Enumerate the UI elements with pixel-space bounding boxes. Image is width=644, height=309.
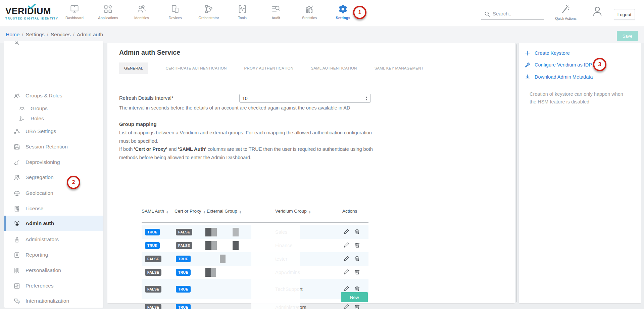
redacted-external-group-block: [211, 228, 217, 236]
sidebar-item-session-retention[interactable]: Session Retention: [4, 139, 103, 154]
cert-or-proxy-badge: FALSE: [176, 229, 192, 235]
sort-icon[interactable]: ▲▼: [166, 210, 168, 214]
audit-icon: [271, 4, 281, 14]
group-mapping-desc2: If both 'Cert or Proxy' and 'SAML Auth' …: [119, 145, 378, 162]
sidebar-item-roles[interactable]: Roles: [4, 113, 103, 125]
nav-label: Applications: [98, 16, 118, 20]
refresh-interval-label: Refresh Details Interval*: [119, 94, 174, 102]
breadcrumb-home[interactable]: Home: [6, 32, 19, 38]
breadcrumb-services[interactable]: Services: [51, 32, 70, 38]
tab-certificate-authentication[interactable]: CERTIFICATE AUTHENTICATION: [165, 66, 227, 70]
logo-check-icon: [28, 4, 36, 10]
user-avatar[interactable]: [591, 5, 603, 18]
redacted-external-group-block: [233, 241, 239, 250]
applications-icon: [103, 4, 113, 14]
sidebar-item-admin-auth[interactable]: Admin auth: [4, 216, 103, 231]
sidebar-item-administrators[interactable]: Administrators: [4, 232, 103, 247]
tab-saml-key-management[interactable]: SAML KEY MANAGEMENT: [375, 66, 424, 70]
search-input[interactable]: [481, 9, 544, 18]
annotation-circle-3: 3: [593, 58, 606, 71]
dashboard-icon: [69, 4, 80, 14]
nav-item-tools[interactable]: Tools: [226, 3, 259, 24]
settings-gear-icon: [338, 4, 348, 14]
geolocation-icon: [13, 189, 20, 197]
nav-label: Audit: [271, 16, 280, 20]
redaction-overlay: [251, 225, 300, 309]
refresh-interval-input[interactable]: [240, 94, 358, 102]
delete-button[interactable]: [354, 268, 361, 276]
cert-or-proxy-badge: TRUE: [176, 286, 191, 293]
segregation-icon: [13, 174, 20, 181]
create-keystore-link[interactable]: Create Keystore: [525, 49, 570, 57]
sidebar-item-geolocation[interactable]: Geolocation: [4, 185, 103, 201]
devices-icon: [170, 4, 180, 14]
nav-item-statistics[interactable]: Statistics: [293, 3, 326, 24]
edit-button[interactable]: [343, 241, 350, 250]
sort-icon[interactable]: ▲▼: [239, 210, 241, 214]
sidebar-item-groups-roles[interactable]: Groups & Roles: [4, 88, 103, 103]
edit-button[interactable]: [343, 268, 350, 276]
delete-button[interactable]: [354, 255, 361, 263]
stepper-down-icon[interactable]: ▼: [365, 98, 368, 101]
configure-veridium-as-idp-link[interactable]: Configure Veridium as IDP: [525, 61, 592, 69]
download-admin-metadata-link[interactable]: Download Admin Metadata: [525, 73, 593, 81]
sidebar-item-internationalization[interactable]: 2A Internationalization: [4, 293, 103, 308]
veridium-logo[interactable]: VERIDIUM TRUSTED DIGITAL IDENTITY: [5, 6, 62, 20]
sort-icon[interactable]: ▲▼: [203, 210, 205, 214]
sidebar-item-segregation[interactable]: Segregation: [4, 170, 103, 185]
edit-button[interactable]: [343, 255, 350, 263]
search-underline: [481, 19, 544, 19]
sidebar-item-preferences[interactable]: Preferences: [4, 278, 103, 294]
logout-button[interactable]: Logout: [614, 9, 635, 20]
sidebar-item-reporting[interactable]: Reporting: [4, 247, 103, 263]
number-stepper[interactable]: ▲▼: [362, 94, 370, 102]
redacted-external-group-block: [205, 241, 211, 250]
nav-item-identities[interactable]: Identities: [125, 3, 158, 24]
edit-button[interactable]: [343, 228, 350, 236]
sort-icon[interactable]: ▲▼: [309, 210, 311, 214]
nav-item-orchestrator[interactable]: Orchestrator: [192, 3, 226, 24]
deprovisioning-icon: [13, 159, 20, 166]
uba-settings-icon: [13, 128, 20, 135]
delete-button[interactable]: [354, 228, 361, 236]
table-header-rule: [142, 222, 368, 223]
sidebar-item-clipped[interactable]: [4, 41, 103, 47]
saml-auth-badge: FALSE: [145, 269, 161, 276]
save-button[interactable]: Save: [617, 31, 638, 41]
breadcrumb-settings[interactable]: Settings: [26, 32, 45, 38]
nav-item-audit[interactable]: Audit: [259, 3, 293, 24]
veridium-admin-page: VERIDIUM TRUSTED DIGITAL IDENTITY Dashbo…: [0, 0, 644, 309]
tab-general[interactable]: GENERAL: [119, 62, 148, 74]
quick-actions-button[interactable]: Quick Actions: [552, 5, 580, 20]
edit-button[interactable]: [343, 303, 350, 309]
magic-wand-icon: [561, 5, 571, 14]
roles-icon: [18, 115, 26, 122]
sidebar-item-uba-settings[interactable]: UBA Settings: [4, 124, 103, 139]
refresh-interval-help: The interval in seconds before the detai…: [119, 104, 350, 111]
column-header-external-group[interactable]: External Group▲▼: [207, 209, 241, 214]
nav-item-devices[interactable]: Devices: [158, 3, 192, 24]
redacted-external-group-block: [205, 228, 211, 236]
column-header-cert-or-proxy[interactable]: Cert or Proxy▲▼: [175, 209, 205, 214]
top-bar: VERIDIUM TRUSTED DIGITAL IDENTITY Dashbo…: [0, 0, 644, 27]
sidebar-item-personalisation[interactable]: Personalisation: [4, 263, 103, 278]
column-header-saml-auth[interactable]: SAML Auth▲▼: [142, 209, 168, 214]
new-mapping-button[interactable]: New: [341, 292, 368, 302]
breadcrumb-admin-auth: Admin auth: [77, 32, 103, 38]
nav-item-dashboard[interactable]: Dashboard: [58, 3, 91, 24]
delete-button[interactable]: [354, 303, 361, 309]
delete-button[interactable]: [354, 241, 361, 250]
main-nav: Dashboard Applications Identities Device…: [58, 3, 360, 24]
saml-auth-badge: FALSE: [145, 304, 161, 309]
nav-item-applications[interactable]: Applications: [91, 3, 125, 24]
sidebar-item-deprovisioning[interactable]: Deprovisioning: [4, 154, 103, 170]
tab-proxy-authentication[interactable]: PROXY AUTHENTICATION: [244, 66, 294, 70]
scrollbar[interactable]: [516, 44, 517, 302]
column-header-veridium-group[interactable]: Veridium Group▲▼: [275, 209, 311, 214]
sidebar-item-license[interactable]: License: [4, 201, 103, 216]
personalisation-icon: [13, 267, 20, 274]
tab-saml-authentication[interactable]: SAML AUTHENTICATION: [311, 66, 357, 70]
clipped-icon: [13, 41, 20, 47]
nav-label: Settings: [336, 16, 350, 20]
svg-text:2: 2: [15, 299, 16, 301]
